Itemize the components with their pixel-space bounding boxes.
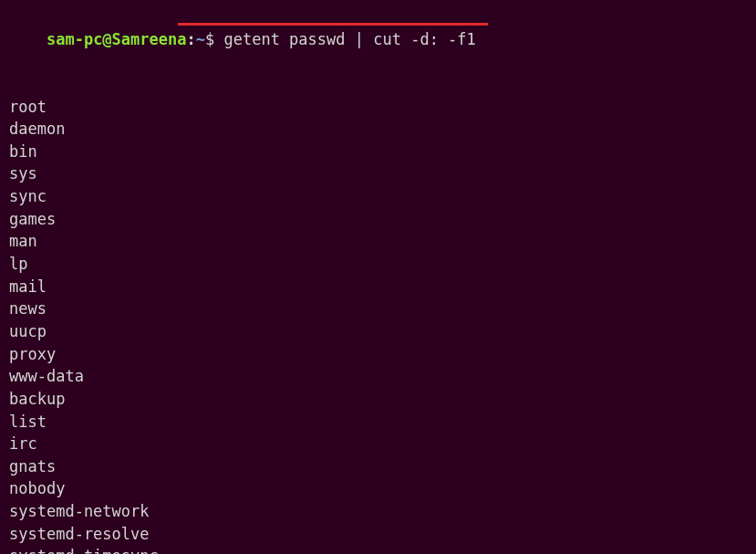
output-line: mail <box>9 276 747 298</box>
output-line: news <box>9 298 747 320</box>
output-line: daemon <box>9 118 747 141</box>
output-line: man <box>9 230 747 253</box>
output-line: nobody <box>9 477 747 500</box>
output-line: gnats <box>9 455 747 478</box>
output-line: sys <box>9 162 747 185</box>
output-line: irc <box>9 433 747 455</box>
prompt-separator: : <box>186 30 195 48</box>
prompt-user-host: sam-pc@Samreena <box>47 30 187 48</box>
terminal-window[interactable]: sam-pc@Samreena:~$ getent passwd | cut -… <box>9 5 747 554</box>
output-line: systemd-timesync <box>9 545 747 554</box>
output-line: bin <box>9 141 747 163</box>
command-output: rootdaemonbinsyssyncgamesmanlpmailnewsuu… <box>9 96 747 554</box>
prompt-path: ~ <box>196 30 205 48</box>
prompt-symbol: $ <box>205 30 223 48</box>
output-line: proxy <box>9 343 747 366</box>
output-line: root <box>9 96 747 119</box>
output-line: backup <box>9 388 747 411</box>
output-line: games <box>9 208 747 231</box>
command-text: getent passwd | cut -d: -f1 <box>223 30 475 48</box>
highlight-underline <box>178 23 488 26</box>
output-line: www-data <box>9 365 747 388</box>
output-line: systemd-network <box>9 500 747 523</box>
prompt-line: sam-pc@Samreena:~$ getent passwd | cut -… <box>9 5 747 96</box>
output-line: systemd-resolve <box>9 523 747 546</box>
output-line: lp <box>9 253 747 276</box>
output-line: sync <box>9 185 747 208</box>
output-line: list <box>9 411 747 434</box>
output-line: uucp <box>9 320 747 343</box>
